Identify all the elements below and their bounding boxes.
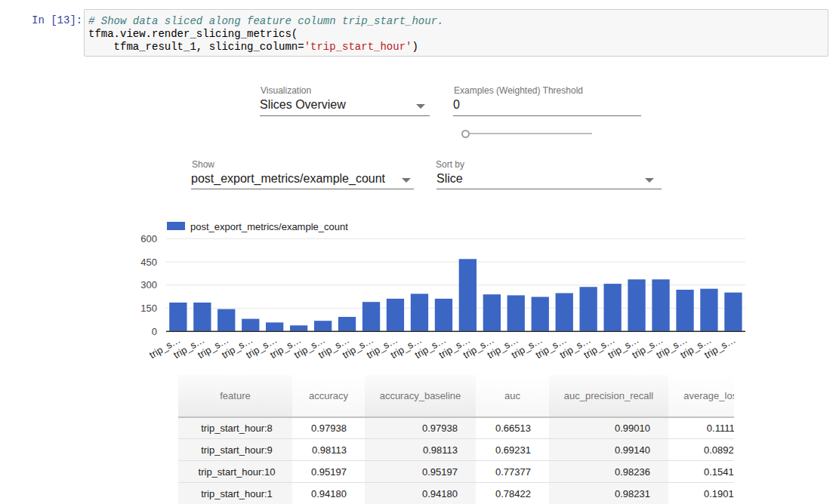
svg-text:0: 0 [152,326,157,337]
svg-text:300: 300 [140,279,157,290]
svg-text:450: 450 [140,257,157,268]
svg-text:600: 600 [140,233,157,244]
svg-text:post_export_metrics/example_co: post_export_metrics/example_count [190,221,348,232]
svg-text:150: 150 [140,303,157,314]
